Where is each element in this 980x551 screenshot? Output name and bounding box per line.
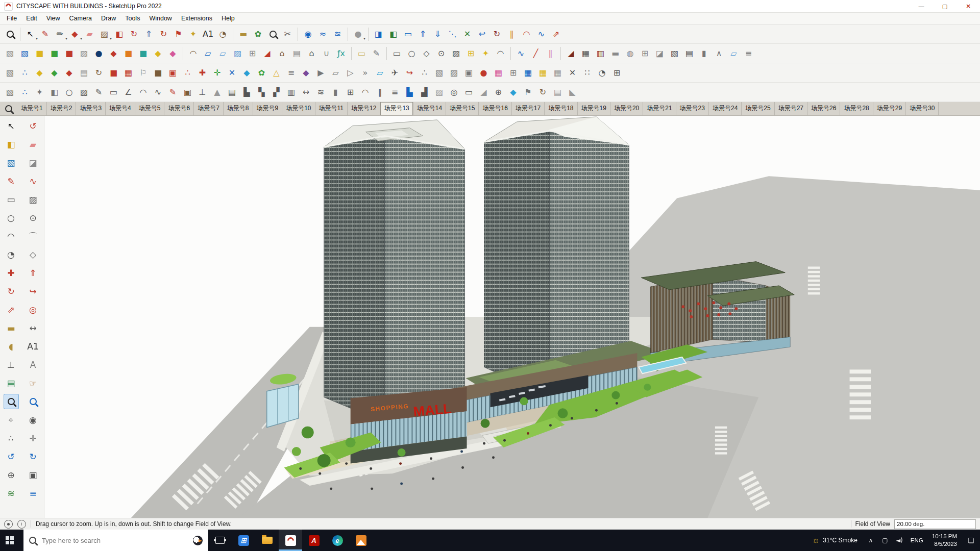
circled-dot-icon[interactable]: ◎ bbox=[447, 85, 461, 99]
geolocation-icon[interactable] bbox=[4, 520, 13, 529]
cube-small-icon[interactable]: ▧ bbox=[3, 85, 17, 99]
level-2-icon[interactable]: ≋ bbox=[314, 85, 328, 99]
minimize-button[interactable]: — bbox=[910, 0, 933, 12]
scene-tab-3[interactable]: 场景号3 bbox=[76, 102, 106, 115]
pie-icon[interactable]: ◔ bbox=[4, 247, 19, 262]
ellipse-icon[interactable]: ⊙ bbox=[26, 210, 41, 226]
scene-tab-9[interactable]: 场景号9 bbox=[253, 102, 283, 115]
book-icon[interactable]: ▥ bbox=[594, 46, 607, 60]
line-icon[interactable]: ✏ bbox=[53, 27, 67, 41]
circle-icon[interactable]: ○ bbox=[4, 210, 19, 226]
marker-red-icon[interactable]: ✎ bbox=[166, 85, 180, 99]
scene-tab-5[interactable]: 场景号5 bbox=[135, 102, 165, 115]
sketchup-app-icon[interactable] bbox=[279, 530, 302, 551]
fx-icon[interactable]: ƒx bbox=[334, 46, 348, 60]
dimension-icon[interactable]: ↔ bbox=[26, 320, 41, 336]
flag-white-icon[interactable]: ⚐ bbox=[136, 66, 150, 80]
eraser-icon[interactable]: ▰ bbox=[26, 137, 41, 152]
menu-camera[interactable]: Camera bbox=[65, 14, 96, 23]
acrobat-app-icon[interactable]: A bbox=[302, 530, 326, 551]
pipe-icon[interactable]: ∥ bbox=[505, 27, 519, 41]
ellipse-outline-icon[interactable]: ⊙ bbox=[434, 46, 448, 60]
full-screen-icon[interactable]: ▣ bbox=[26, 467, 41, 483]
scene-tab-16[interactable]: 场景号16 bbox=[479, 102, 511, 115]
cylinder-icon[interactable]: ◍ bbox=[623, 46, 637, 60]
key-icon[interactable]: ✦ bbox=[186, 27, 200, 41]
arch-icon[interactable]: ◠ bbox=[358, 85, 372, 99]
scene-tab-18[interactable]: 场景号18 bbox=[545, 102, 577, 115]
sheets-icon[interactable]: ▤ bbox=[77, 66, 91, 80]
volume-icon[interactable]: ◄) bbox=[892, 537, 906, 544]
plane-a-icon[interactable]: ▱ bbox=[329, 66, 342, 80]
grid-blue-icon[interactable]: ▦ bbox=[521, 66, 535, 80]
select-icon[interactable]: ↖ bbox=[23, 27, 37, 41]
section-plane-icon[interactable]: ▤ bbox=[4, 375, 19, 391]
terrain-chart-icon[interactable]: ▙ bbox=[240, 85, 254, 99]
ridge-icon[interactable]: ▚ bbox=[255, 85, 268, 99]
flagpole-icon[interactable]: ⚑ bbox=[521, 85, 535, 99]
angle-icon[interactable]: ∠ bbox=[121, 85, 135, 99]
box-green-icon[interactable]: ■ bbox=[47, 46, 61, 60]
network-icon[interactable]: ▢ bbox=[878, 537, 892, 544]
crosshair-icon[interactable]: ⊕ bbox=[492, 85, 505, 99]
scale-icon[interactable]: ⇗ bbox=[4, 302, 19, 317]
rectangle-icon[interactable]: ▭ bbox=[4, 192, 19, 207]
scene-tab-13[interactable]: 场景号13 bbox=[380, 102, 413, 115]
refresh-icon[interactable]: ↻ bbox=[157, 27, 170, 41]
circle-outline-icon[interactable]: ○ bbox=[405, 46, 419, 60]
label-icon[interactable]: A1 bbox=[201, 27, 215, 41]
zoom-plus-icon[interactable] bbox=[266, 27, 280, 41]
plane-light-icon[interactable]: ▱ bbox=[216, 46, 230, 60]
terrain-icon[interactable]: ≈ bbox=[316, 27, 330, 41]
menu-tools[interactable]: Tools bbox=[120, 14, 144, 23]
scene-tab-28[interactable]: 场景号29 bbox=[873, 102, 906, 115]
menu-window[interactable]: Window bbox=[144, 14, 176, 23]
note-icon[interactable]: ▭ bbox=[355, 46, 369, 60]
scene-tab-23[interactable]: 场景号24 bbox=[709, 102, 742, 115]
hatch-2-icon[interactable]: ▨ bbox=[449, 46, 463, 60]
pencil-icon[interactable]: ✎ bbox=[370, 46, 383, 60]
rect-outline-icon[interactable]: ▭ bbox=[390, 46, 404, 60]
column-icon[interactable]: ▮ bbox=[697, 46, 711, 60]
geo-globe-icon[interactable]: ◉ bbox=[301, 27, 315, 41]
search-input[interactable] bbox=[41, 536, 188, 545]
box-red-icon[interactable]: ■ bbox=[62, 46, 76, 60]
leaf-icon[interactable]: ✿ bbox=[251, 27, 265, 41]
3d-text-icon[interactable]: A bbox=[26, 357, 41, 372]
move-green-icon[interactable]: ✛ bbox=[210, 66, 224, 80]
menu-extensions[interactable]: Extensions bbox=[177, 14, 217, 23]
compass-gray-icon[interactable]: ◔ bbox=[595, 66, 609, 80]
tape-measure-icon[interactable]: ▬ bbox=[236, 27, 250, 41]
previous-view-icon[interactable]: ↺ bbox=[4, 449, 19, 464]
box-plain-icon[interactable]: ▭ bbox=[462, 85, 476, 99]
x-gray-icon[interactable]: ✕ bbox=[566, 66, 579, 80]
spiral-icon[interactable]: ↻ bbox=[490, 27, 504, 41]
hook-curve-icon[interactable]: ↩ bbox=[475, 27, 489, 41]
boxes-red-icon[interactable]: ▣ bbox=[166, 66, 180, 80]
knife-icon[interactable]: ╱ bbox=[529, 46, 543, 60]
warning-triangle-icon[interactable]: △ bbox=[270, 66, 283, 80]
menu-file[interactable]: File bbox=[2, 14, 21, 23]
bezier-x-icon[interactable]: ✕ bbox=[460, 27, 474, 41]
cone-icon[interactable]: ▲ bbox=[210, 85, 224, 99]
scene-tab-2[interactable]: 场景号2 bbox=[47, 102, 77, 115]
layers-icon[interactable]: ≋ bbox=[331, 27, 345, 41]
move-icon[interactable]: ✚ bbox=[4, 265, 19, 281]
offset-icon[interactable]: ◎ bbox=[26, 302, 41, 317]
axes-icon[interactable]: ⊥ bbox=[195, 85, 209, 99]
sort-up-icon[interactable]: ⇑ bbox=[416, 27, 430, 41]
grid-dark-icon[interactable]: ▦ bbox=[579, 46, 593, 60]
gem-green-icon[interactable]: ◆ bbox=[47, 66, 61, 80]
spiral-2-icon[interactable]: ↻ bbox=[536, 85, 550, 99]
plane-c-icon[interactable]: ▱ bbox=[373, 66, 387, 80]
paint-bucket-icon[interactable]: ◧ bbox=[4, 137, 19, 152]
field-of-view-input[interactable] bbox=[894, 519, 976, 529]
tape-measure-icon[interactable]: ▬ bbox=[4, 320, 19, 336]
curve-blue-icon[interactable]: ∿ bbox=[514, 46, 528, 60]
flag-icon[interactable]: ⚑ bbox=[172, 27, 185, 41]
grid-cube-icon[interactable]: ⊞ bbox=[610, 66, 624, 80]
menu-draw[interactable]: Draw bbox=[96, 14, 120, 23]
two-point-arc-icon[interactable]: ⌒ bbox=[26, 229, 41, 244]
roof-red-icon[interactable]: ◢ bbox=[260, 46, 274, 60]
weather-widget[interactable]: ☼ 31°C Smoke bbox=[806, 536, 864, 545]
